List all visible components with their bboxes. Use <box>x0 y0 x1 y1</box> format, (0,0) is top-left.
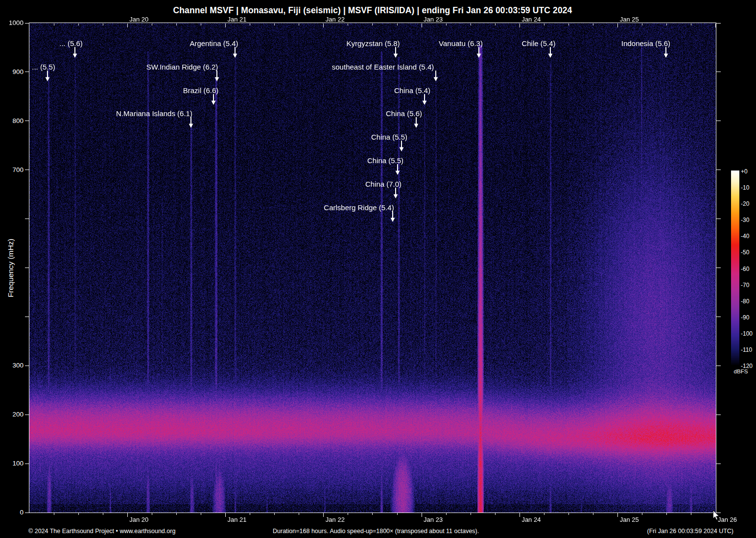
y-tick <box>25 513 29 513</box>
footer-timestamp: (Fri Jan 26 00:03:59 2024 UTC) <box>647 528 733 535</box>
colorbar-tick-label: +0 <box>741 168 748 175</box>
event-annotation: Indonesia (5.6) <box>621 39 670 48</box>
event-arrow-icon <box>188 117 194 130</box>
y-tick <box>25 464 29 464</box>
x-tick-minor <box>78 24 79 25</box>
x-tick-minor <box>666 513 667 515</box>
colorbar-tick-label: -100 <box>741 330 753 337</box>
event-arrow-icon <box>421 94 428 107</box>
colorbar-tick-label: -20 <box>741 200 749 207</box>
event-arrow-icon <box>392 188 399 201</box>
x-tick-minor <box>691 24 691 25</box>
x-tick-major <box>323 513 324 517</box>
x-axis-label-bottom: Jan 22 <box>326 516 345 523</box>
x-tick-minor <box>176 24 177 25</box>
x-tick-minor <box>642 24 642 25</box>
colorbar-tick-label: -50 <box>741 249 749 256</box>
x-tick-minor <box>348 513 348 515</box>
x-tick-minor <box>544 24 544 25</box>
event-arrow-icon <box>232 47 238 60</box>
event-annotation: Vanuatu (6.3) <box>439 39 483 48</box>
event-annotation: China (5.4) <box>394 86 430 95</box>
event-arrow-icon <box>210 94 217 107</box>
y-tick <box>25 415 29 415</box>
x-tick-minor <box>274 24 275 25</box>
page-title: Channel MSVF | Monasavu, Fiji (seismic) … <box>29 5 716 16</box>
x-tick-minor <box>103 24 103 25</box>
event-arrow-icon <box>413 117 420 130</box>
event-annotation: ... (5.5) <box>32 63 55 71</box>
event-annotation: Kyrgyzstan (5.8) <box>346 39 400 48</box>
x-tick-minor <box>397 24 398 25</box>
x-tick-major <box>715 24 716 27</box>
x-axis-label-bottom: Jan 24 <box>521 516 541 523</box>
y-axis-title-text: Frequency (mHz) <box>6 239 15 297</box>
x-tick-minor <box>54 513 54 515</box>
y-tick <box>716 464 721 464</box>
x-tick-minor <box>544 513 544 515</box>
x-tick-minor <box>176 513 177 515</box>
x-tick-major <box>225 513 226 517</box>
y-tick-label: 100 <box>2 460 24 467</box>
x-tick-major <box>422 513 422 517</box>
x-tick-major <box>323 24 324 27</box>
y-tick <box>25 268 29 268</box>
x-tick-minor <box>299 24 299 25</box>
x-axis-label-bottom: Jan 25 <box>620 516 639 523</box>
footer-duration: Duration=168 hours. Audio speed-up=1800×… <box>273 528 479 535</box>
x-tick-minor <box>397 513 398 515</box>
x-axis-label-top: Jan 21 <box>228 16 247 23</box>
x-axis-label-bottom: Jan 20 <box>129 516 148 523</box>
x-tick-minor <box>152 24 152 25</box>
x-tick-minor <box>201 24 201 25</box>
x-axis-label-bottom: Jan 26 <box>718 516 737 523</box>
x-tick-major <box>127 513 128 517</box>
x-axis-label-top: Jan 22 <box>326 16 345 23</box>
y-tick <box>716 415 721 415</box>
y-tick-label: 1000 <box>2 19 24 26</box>
colorbar-tick-label: -30 <box>741 217 749 223</box>
event-arrow-icon <box>394 164 401 177</box>
y-tick <box>25 219 29 219</box>
colorbar-tick-label: -120 <box>741 363 753 369</box>
event-arrow-icon <box>392 47 399 60</box>
x-tick-minor <box>568 513 569 515</box>
x-tick-minor <box>274 513 275 515</box>
y-tick <box>716 170 721 170</box>
colorbar-tick-label: -90 <box>741 314 749 321</box>
x-tick-minor <box>446 513 447 515</box>
event-arrow-icon <box>389 211 396 224</box>
colorbar-tick-label: -80 <box>741 298 749 305</box>
event-arrow-icon <box>71 47 78 60</box>
y-tick <box>716 72 721 72</box>
x-tick-minor <box>471 513 471 515</box>
colorbar-tick-label: -110 <box>741 346 752 353</box>
x-tick-minor <box>201 513 201 515</box>
y-tick <box>716 317 721 317</box>
y-tick-label: 700 <box>2 166 24 173</box>
colorbar-tick-label: -40 <box>741 233 749 240</box>
x-tick-major <box>520 513 520 517</box>
y-tick <box>716 121 721 121</box>
x-tick-major <box>520 24 520 27</box>
event-arrow-icon <box>547 47 554 60</box>
mouse-cursor-icon <box>713 510 720 523</box>
y-tick <box>716 268 721 268</box>
event-annotation: southeast of Easter Island (5.4) <box>332 63 434 71</box>
y-tick-label: 0 <box>2 509 24 516</box>
x-tick-major <box>617 513 618 517</box>
event-arrow-icon <box>213 71 220 84</box>
x-tick-minor <box>666 24 667 25</box>
y-tick <box>25 23 29 24</box>
x-tick-minor <box>495 513 496 515</box>
x-tick-minor <box>152 513 152 515</box>
x-axis-label-bottom: Jan 23 <box>424 516 443 523</box>
x-tick-minor <box>691 513 691 515</box>
x-tick-major <box>127 24 128 27</box>
x-tick-minor <box>495 24 496 25</box>
x-axis-label-bottom: Jan 21 <box>228 516 247 523</box>
y-tick <box>25 170 29 170</box>
event-annotation: Argentina (5.4) <box>189 39 238 48</box>
event-arrow-icon <box>44 71 51 84</box>
x-tick-minor <box>568 24 569 25</box>
